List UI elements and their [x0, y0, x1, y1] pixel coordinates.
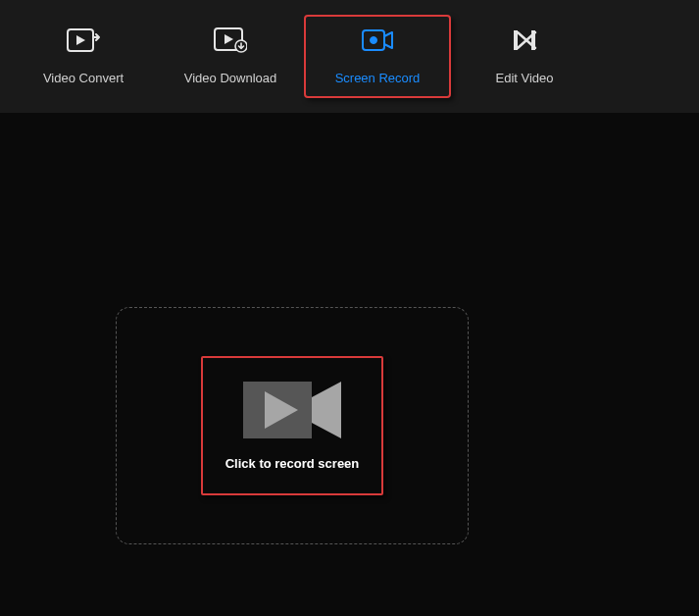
tab-label: Video Convert [43, 71, 124, 85]
tab-label: Edit Video [495, 71, 553, 85]
main-panel: Click to record screen [0, 113, 699, 616]
screen-record-icon [362, 27, 393, 53]
camcorder-icon [243, 382, 341, 438]
record-screen-button[interactable]: Click to record screen [201, 356, 383, 495]
tab-video-convert[interactable]: Video Convert [10, 15, 157, 98]
video-convert-icon [67, 27, 100, 53]
edit-video-icon [512, 27, 537, 53]
svg-point-4 [371, 37, 377, 44]
tab-screen-record[interactable]: Screen Record [304, 15, 451, 98]
top-toolbar: Video Convert Video Download Screen Reco… [0, 0, 699, 113]
video-download-icon [214, 27, 247, 53]
tab-video-download[interactable]: Video Download [157, 15, 304, 98]
drop-zone: Click to record screen [116, 307, 469, 544]
tab-label: Screen Record [335, 71, 421, 85]
tab-label: Video Download [184, 71, 276, 85]
record-button-label: Click to record screen [225, 456, 360, 471]
tab-edit-video[interactable]: Edit Video [451, 15, 598, 98]
